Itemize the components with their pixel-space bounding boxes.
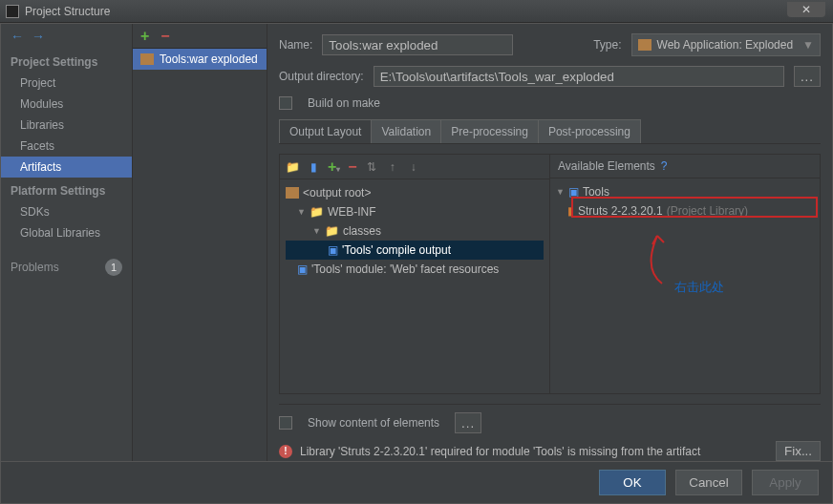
add-button[interactable]: +▾: [328, 158, 340, 176]
sidebar-item-sdks[interactable]: SDKs: [1, 201, 132, 222]
tree-compile-output[interactable]: ▣ 'Tools' compile output: [286, 241, 544, 260]
available-elements-label: Available Elements: [558, 159, 655, 173]
sidebar-item-project[interactable]: Project: [1, 73, 132, 94]
tree-label: 'Tools' module: 'Web' facet resources: [311, 262, 499, 276]
tree-label: Tools: [583, 185, 609, 199]
tree-label: WEB-INF: [328, 205, 376, 219]
sidebar: ← → Project Settings Project Modules Lib…: [1, 24, 133, 461]
artifact-icon: [140, 53, 154, 65]
close-button[interactable]: ✕: [787, 2, 825, 17]
back-arrow-icon[interactable]: ←: [11, 29, 24, 44]
window-title: Project Structure: [25, 5, 110, 18]
output-tree-pane: 📁 ▮ +▾ − ⇅ ↑ ↓ <output root> ▼ 📁 WEB-INF: [280, 155, 550, 393]
tab-post-processing[interactable]: Post-processing: [538, 119, 641, 143]
sidebar-item-facets[interactable]: Facets: [1, 136, 132, 157]
problems-label: Problems: [11, 261, 59, 274]
sidebar-item-libraries[interactable]: Libraries: [1, 115, 132, 136]
warning-text: Library 'Struts 2-2.3.20.1' required for…: [300, 445, 700, 458]
tab-output-layout[interactable]: Output Layout: [279, 119, 372, 143]
outdir-label: Output directory:: [279, 70, 364, 83]
add-artifact-button[interactable]: +: [140, 28, 149, 45]
type-icon: [638, 39, 651, 51]
available-elements-pane: Available Elements ? ▼ ▣ Tools ▮ Struts …: [550, 155, 820, 393]
chevron-down-icon: ▼: [556, 187, 565, 197]
annotation-text: 右击此处: [674, 279, 724, 296]
type-value: Web Application: Exploded: [657, 38, 794, 52]
module-icon: ▣: [297, 262, 308, 276]
remove-button[interactable]: −: [348, 158, 356, 176]
platform-settings-heading: Platform Settings: [1, 178, 132, 201]
new-folder-icon[interactable]: 📁: [286, 160, 299, 174]
folder-icon: 📁: [310, 205, 324, 219]
cancel-button[interactable]: Cancel: [675, 470, 742, 495]
build-on-make-checkbox[interactable]: [279, 96, 292, 110]
tabs: Output Layout Validation Pre-processing …: [279, 119, 821, 144]
tree-label: 'Tools' compile output: [342, 243, 451, 257]
name-label: Name:: [279, 38, 312, 52]
type-label: Type:: [593, 38, 621, 52]
remove-artifact-button[interactable]: −: [160, 28, 169, 45]
tree-label: Struts 2-2.3.20.1: [578, 204, 663, 218]
problems-count-badge: 1: [105, 259, 122, 276]
tree-label: classes: [343, 224, 381, 238]
browse-button[interactable]: ...: [794, 66, 821, 87]
show-content-label: Show content of elements: [308, 416, 439, 430]
tree-suffix: (Project Library): [667, 204, 748, 218]
ok-button[interactable]: OK: [599, 470, 666, 495]
tree-label: <output root>: [303, 186, 371, 200]
fix-button[interactable]: Fix...: [776, 441, 821, 461]
show-content-checkbox[interactable]: [279, 416, 292, 430]
tab-pre-processing[interactable]: Pre-processing: [440, 119, 539, 143]
tab-validation[interactable]: Validation: [371, 119, 441, 143]
up-icon[interactable]: ↑: [386, 160, 399, 174]
tree-webinf[interactable]: ▼ 📁 WEB-INF: [286, 202, 544, 221]
error-icon: !: [279, 445, 292, 458]
chevron-down-icon: ▼: [802, 38, 814, 52]
artifact-item[interactable]: Tools:war exploded: [133, 49, 267, 70]
build-on-make-label: Build on make: [308, 96, 380, 110]
tree-facet-resources[interactable]: ▣ 'Tools' module: 'Web' facet resources: [286, 260, 544, 279]
main-panel: Name: Type: Web Application: Exploded ▼ …: [267, 24, 832, 461]
tree-output-root[interactable]: <output root>: [286, 183, 544, 202]
sidebar-item-global-libraries[interactable]: Global Libraries: [1, 222, 132, 243]
chevron-down-icon: ▼: [297, 207, 306, 217]
name-input[interactable]: [322, 34, 513, 55]
app-icon: [6, 5, 19, 18]
outdir-input[interactable]: [374, 66, 784, 87]
folder-icon: 📁: [325, 224, 339, 238]
tree-classes[interactable]: ▼ 📁 classes: [286, 221, 544, 241]
project-settings-heading: Project Settings: [1, 49, 132, 73]
help-icon[interactable]: ?: [661, 159, 668, 173]
artifact-icon: [286, 187, 299, 199]
content-options-button[interactable]: ...: [455, 412, 481, 433]
type-dropdown[interactable]: Web Application: Exploded ▼: [631, 33, 821, 56]
forward-arrow-icon[interactable]: →: [32, 29, 45, 44]
sort-icon[interactable]: ⇅: [365, 160, 378, 174]
new-file-icon[interactable]: ▮: [307, 160, 320, 174]
library-icon: ▮: [567, 204, 574, 218]
tree-struts-library[interactable]: ▮ Struts 2-2.3.20.1 (Project Library): [556, 201, 814, 220]
chevron-down-icon: ▼: [312, 226, 321, 236]
annotation-arrow: [633, 231, 672, 291]
artifact-item-label: Tools:war exploded: [160, 52, 258, 66]
module-icon: ▣: [568, 185, 579, 199]
module-icon: ▣: [328, 243, 338, 257]
down-icon[interactable]: ↓: [407, 160, 420, 174]
apply-button[interactable]: Apply: [752, 470, 819, 495]
artifact-list-panel: + − Tools:war exploded: [133, 24, 267, 461]
sidebar-item-artifacts[interactable]: Artifacts: [1, 157, 132, 178]
sidebar-problems[interactable]: Problems 1: [1, 255, 132, 280]
sidebar-item-modules[interactable]: Modules: [1, 94, 132, 115]
tree-tools-module[interactable]: ▼ ▣ Tools: [556, 182, 814, 201]
